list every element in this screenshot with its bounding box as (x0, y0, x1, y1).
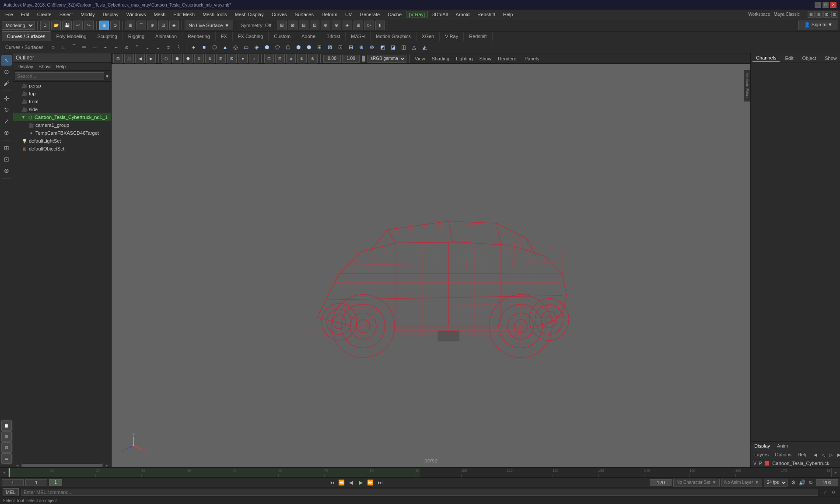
loop-btn[interactable]: ↻ (807, 479, 815, 486)
snap-point-btn[interactable]: ⊕ (147, 21, 157, 30)
skip-to-start-btn[interactable]: ⏮ (328, 479, 336, 486)
tab-poly-modeling[interactable]: Poly Modeling (51, 32, 92, 41)
vp-shade2[interactable]: ⊟ (275, 54, 285, 63)
minimize-button[interactable]: ─ (815, 2, 821, 8)
open-scene-btn[interactable]: 📂 (51, 21, 61, 30)
snap-grid-btn[interactable]: ⊞ (126, 21, 135, 30)
xform-btn1[interactable]: ⊞ (277, 21, 287, 30)
surface14-btn[interactable]: ◪ (388, 42, 398, 52)
vp-menu-lighting[interactable]: Lighting (453, 55, 476, 62)
outliner-item-cybertruck[interactable]: ▼ ⬡ Cartoon_Tesla_Cybertruck_nd1_1 (13, 113, 111, 121)
mode-dropdown[interactable]: Modeling (2, 21, 35, 30)
snap-surface-btn[interactable]: ◈ (169, 21, 179, 30)
no-live-surface[interactable]: No Live Surface ▼ (185, 21, 233, 30)
vp-value2[interactable]: 1.00 (342, 55, 360, 63)
vp-shade5[interactable]: ⊗ (308, 54, 318, 63)
layout-btn-2[interactable]: ⊟ (816, 11, 822, 18)
outliner-item-camera1[interactable]: 🎥 camera1_group (13, 121, 111, 129)
save-scene-btn[interactable]: 💾 (62, 21, 72, 30)
menu-create[interactable]: Create (34, 11, 55, 18)
outliner-item-side[interactable]: 🎥 side (13, 105, 111, 113)
vp-menu-show[interactable]: Show (477, 55, 494, 62)
surface17-btn[interactable]: ◭ (420, 42, 429, 52)
no-character-set[interactable]: No Character Set ▼ (673, 479, 719, 486)
surface10-btn[interactable]: ⊟ (346, 42, 356, 52)
rp-show-tab[interactable]: Show (821, 55, 840, 62)
curve-tool8[interactable]: ⌆ (164, 42, 173, 52)
tab-rendering[interactable]: Rendering (182, 32, 216, 41)
tab-motion-graphics[interactable]: Motion Graphics (371, 32, 416, 41)
vp-color-swatch[interactable] (362, 56, 365, 62)
outliner-scroll-left[interactable]: ◄ (13, 463, 22, 467)
surface4-btn[interactable]: ⬡ (283, 42, 293, 52)
curve-tool5[interactable]: ⌃ (132, 42, 142, 52)
mel-settings-btn[interactable]: ⚙ (830, 488, 837, 496)
layers-btn2[interactable]: ◁ (820, 451, 827, 458)
torus-btn[interactable]: ◎ (231, 42, 240, 52)
menu-mesh[interactable]: Mesh (150, 11, 169, 18)
two-arc-btn[interactable]: ⌢ (101, 42, 110, 52)
channel-color-swatch[interactable] (764, 461, 770, 466)
outliner-scroll-right[interactable]: ► (102, 463, 111, 467)
cv-curve-btn[interactable]: ○ (48, 42, 58, 52)
surface12-btn[interactable]: ⊗ (367, 42, 377, 52)
vp-label[interactable]: V (753, 461, 756, 466)
vp-render1[interactable]: ⬡ (161, 54, 171, 63)
snap-view-btn[interactable]: ⊡ (158, 21, 168, 30)
attr-editor-side-tab[interactable]: Attribute Editor (744, 70, 750, 102)
menu-file[interactable]: File (2, 11, 17, 18)
p-label[interactable]: P (759, 461, 762, 466)
lasso-tool-btn[interactable]: ⊙ (1, 66, 12, 77)
select-tool-btn[interactable]: ↖ (1, 55, 12, 66)
vp-render8[interactable]: ● (238, 54, 248, 63)
anim-settings-btn[interactable]: ⚙ (789, 479, 797, 486)
menu-3dtoall[interactable]: 3DtoAll (429, 11, 451, 18)
curve-tool3[interactable]: ⌁ (111, 42, 121, 52)
tab-bifrost[interactable]: Bifrost (321, 32, 346, 41)
vp-render3[interactable]: ⬣ (183, 54, 193, 63)
surface1-btn[interactable]: ◈ (252, 42, 261, 52)
layers-tab[interactable]: Layers (752, 452, 770, 458)
mel-help-btn[interactable]: ? (821, 488, 829, 496)
xform-btn2[interactable]: ⊠ (288, 21, 298, 30)
menu-vray[interactable]: [V-Ray] (406, 11, 428, 18)
vp-menu-shading[interactable]: Shading (429, 55, 452, 62)
tab-adobe[interactable]: Adobe (296, 32, 321, 41)
vp-render2[interactable]: ⬢ (172, 54, 182, 63)
attr-editor-btn[interactable]: ⊞ (1, 431, 12, 442)
scale-tool-btn[interactable]: ⤢ (1, 116, 12, 126)
vp-value1[interactable]: 0.00 (323, 55, 341, 63)
vp-shade3[interactable]: ◈ (286, 54, 296, 63)
show-manip-btn[interactable]: ⊗ (1, 165, 12, 176)
pencil-btn[interactable]: ✏ (80, 42, 89, 52)
layout-btn-3[interactable]: ⊠ (823, 11, 830, 18)
menu-cache[interactable]: Cache (384, 11, 405, 18)
surface2-btn[interactable]: ⬟ (262, 42, 272, 52)
key-frame-input[interactable] (49, 479, 62, 486)
outliner-item-front[interactable]: 🎥 front (13, 98, 111, 105)
menu-redshift[interactable]: Redshift (474, 11, 498, 18)
menu-arnold[interactable]: Arnold (452, 11, 473, 18)
vp-render7[interactable]: ⊠ (227, 54, 237, 63)
layers-btn3[interactable]: ▷ (828, 451, 835, 458)
arc-btn[interactable]: ⌣ (90, 42, 100, 52)
select-mode-btn[interactable]: ▣ (99, 21, 109, 30)
playback-end-input[interactable] (650, 479, 672, 486)
cube-btn[interactable]: ■ (199, 42, 209, 52)
menu-help[interactable]: Help (500, 11, 517, 18)
viewport-canvas[interactable]: .wire { stroke: #cc2233; stroke-width: 1… (112, 64, 750, 467)
outliner-item-objectset[interactable]: ⊞ defaultObjectSet (13, 145, 111, 153)
outliner-item-persp[interactable]: 🎥 persp (13, 82, 111, 90)
tab-rigging[interactable]: Rigging (123, 32, 150, 41)
menu-mesh-display[interactable]: Mesh Display (231, 11, 267, 18)
soft-mod-btn[interactable]: ⊞ (1, 143, 12, 153)
new-scene-btn[interactable]: 🗋 (40, 21, 50, 30)
menu-edit-mesh[interactable]: Edit Mesh (170, 11, 198, 18)
tab-curves-surfaces[interactable]: Curves / Surfaces (2, 32, 51, 41)
vp-cam-btn[interactable]: 🎥 (124, 54, 134, 63)
vp-render4[interactable]: ⊕ (194, 54, 204, 63)
menu-deform[interactable]: Deform (318, 11, 341, 18)
layout-btn-4[interactable]: ⊡ (831, 11, 838, 18)
curve-tool6[interactable]: ⌄ (143, 42, 152, 52)
tab-redshift[interactable]: Redshift (464, 32, 492, 41)
